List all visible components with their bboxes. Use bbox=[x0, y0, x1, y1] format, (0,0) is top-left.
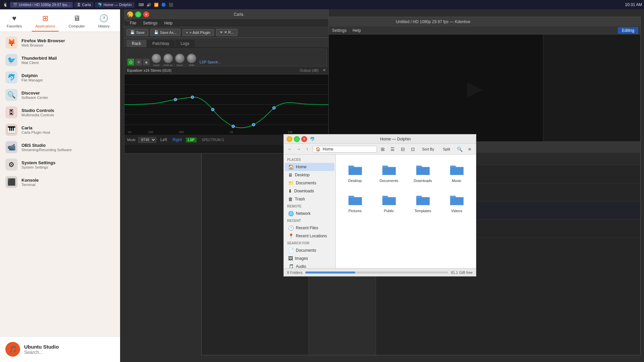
app-name: Discover bbox=[21, 90, 48, 96]
dolphin-maximize-btn[interactable]: □ bbox=[294, 136, 300, 142]
dolphin-menu-btn[interactable]: ≡ bbox=[465, 145, 474, 154]
folder-item-desktop[interactable]: Desktop bbox=[340, 159, 370, 185]
svg-point-8 bbox=[211, 108, 214, 111]
launcher-app-konsole[interactable]: ⬛ Konsole Terminal bbox=[0, 173, 120, 191]
folder-count: 8 Folders bbox=[287, 270, 303, 275]
app-launcher: ♥ Favorites ⊞ Applications 🖥 Computer 🕐 … bbox=[0, 9, 120, 362]
remote-section-title: Remote bbox=[284, 203, 335, 209]
search-images-label: Images bbox=[295, 256, 308, 261]
carla-save-as-btn[interactable]: 💾 Save As... bbox=[150, 29, 180, 36]
dolphin-up-btn[interactable]: ↑ bbox=[303, 145, 311, 153]
carla-tab-logs[interactable]: Logs bbox=[175, 40, 195, 47]
folder-item-videos[interactable]: Videos bbox=[441, 189, 472, 216]
sidebar-trash[interactable]: 🗑 Trash bbox=[285, 195, 334, 203]
eq-close-btn[interactable]: ✕ bbox=[323, 68, 326, 72]
plugin-controls-1: ⏻ ⚙ ◉ bbox=[127, 59, 150, 65]
kden-menu-help[interactable]: Help bbox=[350, 27, 364, 34]
dolphin-search-btn[interactable]: 🔍 bbox=[455, 145, 464, 154]
add-plugin-icon: + bbox=[186, 31, 188, 35]
launcher-app-thunderbird-mail[interactable]: 🐦 Thunderbird Mail Mail Client bbox=[0, 51, 120, 69]
folder-icon-wrap bbox=[449, 161, 465, 177]
folder-icon-wrap bbox=[381, 161, 397, 177]
app-name: Dolphin bbox=[21, 73, 43, 78]
eq-graph: Hz 100 280 1k 10k bbox=[124, 74, 328, 135]
home-place-label: Home bbox=[296, 165, 307, 169]
places-section-title: Places bbox=[284, 157, 335, 163]
carla-tab-patchbay[interactable]: Patchbay bbox=[147, 40, 174, 47]
plugin-power-btn-1[interactable]: ⏻ bbox=[127, 59, 134, 65]
launcher-app-carla[interactable]: 🎹 Carla Carla Plugin Host bbox=[0, 121, 120, 138]
app-icon: 📹 bbox=[5, 141, 17, 153]
carla-close-btn[interactable]: ✕ bbox=[143, 11, 149, 17]
recent-locations-label: Recent Locations bbox=[296, 234, 327, 238]
plugin-ui-btn-1[interactable]: ◉ bbox=[143, 59, 150, 65]
sidebar-home[interactable]: 🏠 Home bbox=[285, 163, 334, 171]
folder-item-pictures[interactable]: Pictures bbox=[340, 189, 370, 216]
dolphin-sort-btn[interactable]: Sort By bbox=[419, 146, 438, 153]
launcher-nav-favorites[interactable]: ♥ Favorites bbox=[3, 12, 25, 32]
carla-tab-rack[interactable]: Rack bbox=[126, 40, 146, 47]
folder-item-downloads[interactable]: Downloads bbox=[408, 159, 438, 185]
dolphin-forward-btn[interactable]: → bbox=[294, 145, 303, 153]
dolphin-back-btn[interactable]: ← bbox=[286, 145, 294, 153]
taskbar-kdenlive[interactable]: 🎬 Untitled / HD 1080p 29.97 fps... bbox=[10, 2, 73, 8]
sidebar-search-audio[interactable]: 🎵 Audio bbox=[285, 262, 334, 268]
carla-titlebar: − □ ✕ Carla bbox=[124, 10, 328, 19]
dolphin-view-compact-btn[interactable]: ⊟ bbox=[398, 145, 407, 154]
app-info: System Settings System Settings bbox=[21, 160, 55, 169]
folder-name: Music bbox=[452, 179, 462, 183]
preview-placeholder: ▶ bbox=[467, 76, 482, 100]
launcher-app-firefox-web-browser[interactable]: 🦊 Firefox Web Browser Web Browser bbox=[0, 34, 120, 51]
launcher-nav-history[interactable]: 🕐 History bbox=[95, 12, 113, 32]
taskbar-carla[interactable]: 🎛 Carla bbox=[74, 2, 93, 7]
launcher-app-dolphin[interactable]: 🐬 Dolphin File Manager bbox=[0, 69, 120, 86]
sidebar-recent-files[interactable]: 🕐 Recent Files bbox=[285, 224, 334, 232]
folder-item-music[interactable]: Music bbox=[441, 159, 472, 185]
launcher-nav-computer[interactable]: 🖥 Computer bbox=[65, 12, 88, 32]
launcher-app-studio-controls[interactable]: 🎛 Studio Controls Multimedia Controls bbox=[0, 104, 120, 121]
kden-menu-settings[interactable]: Settings bbox=[329, 27, 349, 34]
carla-add-plugin-btn[interactable]: + + Add Plugin bbox=[182, 29, 214, 36]
launcher-bottom: 🎵 Ubuntu Studio bbox=[0, 336, 120, 362]
grid-icon: ⊞ bbox=[42, 14, 48, 23]
dolphin-view-list-btn[interactable]: ☰ bbox=[388, 145, 397, 154]
sidebar-search-docs[interactable]: 📄 Documents bbox=[285, 246, 334, 254]
carla-menubar: File Settings Help bbox=[124, 19, 328, 27]
launcher-nav-applications[interactable]: ⊞ Applications bbox=[32, 12, 58, 32]
sidebar-search-images[interactable]: 🖼 Images bbox=[285, 254, 334, 262]
lr-right-label: Right bbox=[172, 137, 182, 142]
dolphin-split-compact-btn[interactable]: ⊡ bbox=[409, 145, 417, 154]
sidebar-network[interactable]: 🌐 Network bbox=[285, 209, 334, 218]
carla-remove-btn[interactable]: ✕ ✕ R... bbox=[216, 29, 237, 36]
folder-name: Templates bbox=[414, 209, 431, 213]
folder-item-documents[interactable]: Documents bbox=[374, 159, 404, 185]
folder-item-templates[interactable]: Templates bbox=[408, 189, 438, 216]
search-audio-label: Audio bbox=[296, 264, 306, 268]
mode-select[interactable]: BT48IIR bbox=[138, 137, 156, 143]
dolphin-view-icons-btn[interactable]: ⊞ bbox=[378, 145, 387, 154]
search-docs-label: Documents bbox=[296, 248, 316, 253]
plugin-settings-btn-1[interactable]: ⚙ bbox=[135, 59, 142, 65]
launcher-app-obs-studio[interactable]: 📹 OBS Studio Streaming/Recording Softwar… bbox=[0, 138, 120, 156]
search-input[interactable] bbox=[24, 350, 83, 355]
carla-menu-settings[interactable]: Settings bbox=[140, 20, 160, 26]
sidebar-documents[interactable]: 📁 Documents bbox=[285, 179, 334, 187]
sidebar-downloads[interactable]: ⬇ Downloads bbox=[285, 187, 334, 195]
launcher-app-discover[interactable]: 🔍 Discover Software Center bbox=[0, 86, 120, 104]
network-place-icon: 🌐 bbox=[288, 211, 294, 216]
taskbar-dolphin[interactable]: 🐬 Home — Dolphin bbox=[95, 2, 135, 8]
carla-menu-help[interactable]: Help bbox=[162, 20, 175, 26]
dolphin-path-bar[interactable]: 🏠 Home bbox=[313, 146, 377, 153]
launcher-app-system-settings[interactable]: ⚙ System Settings System Settings bbox=[0, 156, 120, 173]
dolphin-minimize-btn[interactable]: − bbox=[286, 136, 292, 142]
folder-item-public[interactable]: Public bbox=[374, 189, 404, 216]
app-desc: Carla Plugin Host bbox=[21, 130, 50, 134]
sidebar-recent-locations[interactable]: 📍 Recent Locations bbox=[285, 232, 334, 240]
app-desc: Streaming/Recording Software bbox=[21, 148, 72, 152]
lsp-badge: LSP bbox=[186, 137, 196, 142]
svg-text:Hz: Hz bbox=[128, 130, 132, 134]
dolphin-split-btn[interactable]: Split bbox=[439, 146, 454, 153]
sidebar-desktop[interactable]: 🖥 Desktop bbox=[285, 171, 334, 179]
dolphin-close-btn[interactable]: ✕ bbox=[301, 136, 307, 142]
launcher-nav-leave[interactable]: ⏻ Leave bbox=[120, 12, 137, 32]
